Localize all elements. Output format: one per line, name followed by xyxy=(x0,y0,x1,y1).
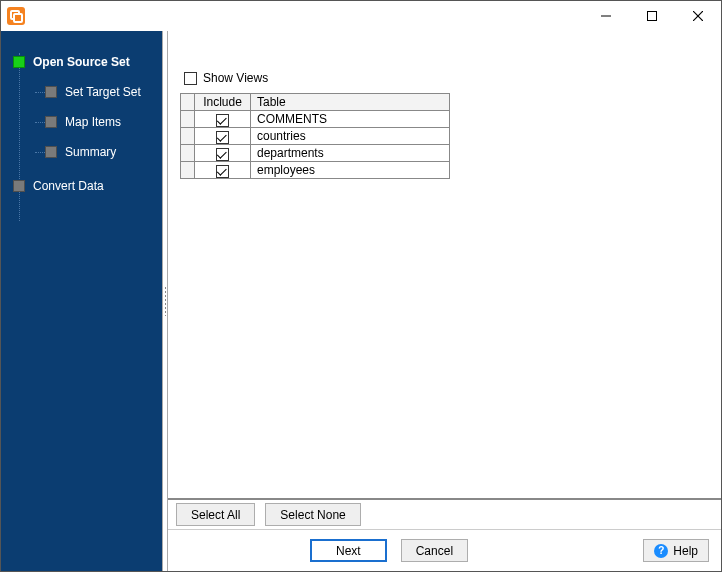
step-label: Set Target Set xyxy=(65,85,141,99)
include-cell[interactable] xyxy=(195,162,251,179)
checkbox-icon xyxy=(216,148,229,161)
step-summary[interactable]: Summary xyxy=(17,137,162,167)
row-header[interactable] xyxy=(181,128,195,145)
content-area: Show Views Include Table xyxy=(168,31,721,499)
wizard-sidebar: Open Source Set Set Target Set Map Items… xyxy=(1,31,162,571)
table-name-cell[interactable]: countries xyxy=(251,128,450,145)
row-header[interactable] xyxy=(181,145,195,162)
maximize-button[interactable] xyxy=(629,1,675,31)
step-marker-icon xyxy=(45,86,57,98)
window-controls xyxy=(583,1,721,31)
table-row[interactable]: countries xyxy=(181,128,450,145)
checkbox-icon xyxy=(216,131,229,144)
minimize-button[interactable] xyxy=(583,1,629,31)
table-name-cell[interactable]: COMMENTS xyxy=(251,111,450,128)
main-panel: Show Views Include Table xyxy=(168,31,721,571)
step-open-source-set[interactable]: Open Source Set xyxy=(0,47,162,77)
step-marker-icon xyxy=(13,56,25,68)
col-include[interactable]: Include xyxy=(195,94,251,111)
cancel-button[interactable]: Cancel xyxy=(401,539,468,562)
row-header[interactable] xyxy=(181,111,195,128)
wizard-footer: Next Cancel ? Help xyxy=(168,529,721,571)
table-row[interactable]: departments xyxy=(181,145,450,162)
close-button[interactable] xyxy=(675,1,721,31)
wizard-window: Open Source Set Set Target Set Map Items… xyxy=(0,0,722,572)
select-none-button[interactable]: Select None xyxy=(265,503,360,526)
step-marker-icon xyxy=(45,116,57,128)
help-icon: ? xyxy=(654,544,668,558)
titlebar xyxy=(1,1,721,31)
table-row[interactable]: COMMENTS xyxy=(181,111,450,128)
checkbox-icon xyxy=(216,165,229,178)
row-header[interactable] xyxy=(181,162,195,179)
next-button[interactable]: Next xyxy=(310,539,387,562)
svg-rect-1 xyxy=(648,12,657,21)
step-marker-icon xyxy=(45,146,57,158)
step-label: Convert Data xyxy=(33,179,104,193)
body: Open Source Set Set Target Set Map Items… xyxy=(1,31,721,571)
checkbox-icon xyxy=(216,114,229,127)
step-marker-icon xyxy=(13,180,25,192)
show-views-label: Show Views xyxy=(203,71,268,85)
include-cell[interactable] xyxy=(195,128,251,145)
select-all-button[interactable]: Select All xyxy=(176,503,255,526)
table-name-cell[interactable]: departments xyxy=(251,145,450,162)
table-name-cell[interactable]: employees xyxy=(251,162,450,179)
include-cell[interactable] xyxy=(195,111,251,128)
show-views-checkbox[interactable]: Show Views xyxy=(184,71,711,85)
col-table[interactable]: Table xyxy=(251,94,450,111)
table-row[interactable]: employees xyxy=(181,162,450,179)
row-header-corner xyxy=(181,94,195,111)
step-set-target-set[interactable]: Set Target Set xyxy=(17,77,162,107)
selection-bar: Select All Select None xyxy=(168,499,721,529)
include-cell[interactable] xyxy=(195,145,251,162)
step-label: Map Items xyxy=(65,115,121,129)
help-label: Help xyxy=(673,544,698,558)
step-label: Open Source Set xyxy=(33,55,130,69)
checkbox-icon xyxy=(184,72,197,85)
app-icon xyxy=(7,7,25,25)
step-convert-data[interactable]: Convert Data xyxy=(0,171,162,201)
step-label: Summary xyxy=(65,145,116,159)
tables-grid: Include Table COMMENTS xyxy=(180,93,450,179)
step-map-items[interactable]: Map Items xyxy=(17,107,162,137)
help-button[interactable]: ? Help xyxy=(643,539,709,562)
